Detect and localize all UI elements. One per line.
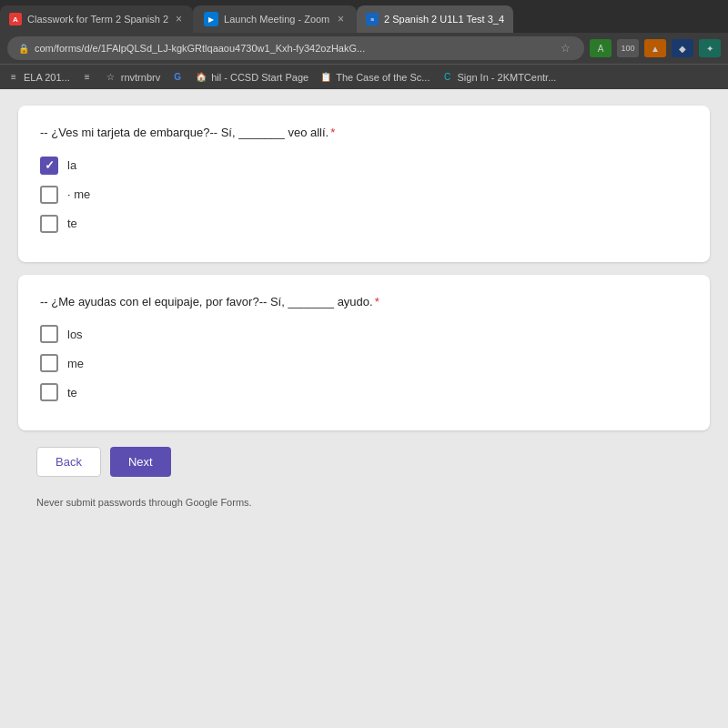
- q2-checkbox-me[interactable]: [40, 354, 58, 372]
- q2-label-los: los: [67, 328, 83, 341]
- bookmark-google[interactable]: G: [171, 71, 184, 84]
- page-content: -- ¿Ves mi tarjeta de embarque?-- Sí, __…: [0, 89, 728, 728]
- classwork-tab[interactable]: A Classwork for Term 2 Spanish 2 ×: [0, 5, 193, 33]
- q1-checkbox-te[interactable]: [40, 215, 58, 233]
- form-container: -- ¿Ves mi tarjeta de embarque?-- Sí, __…: [0, 89, 728, 528]
- spanish-tab[interactable]: ≡ 2 Spanish 2 U1L1 Test 3_4: [357, 5, 513, 33]
- address-bar[interactable]: 🔒 com/forms/d/e/1FAlpQLSd_LJ-kgkGRtlqaao…: [7, 36, 584, 60]
- toolbar-btn-1[interactable]: A: [590, 39, 612, 57]
- browser-chrome: A Classwork for Term 2 Spanish 2 × ▶ Lau…: [0, 0, 728, 89]
- q2-option-me-row: me: [40, 354, 688, 372]
- q2-option-te-row: te: [40, 383, 688, 401]
- spanish-tab-label: 2 Spanish 2 U1L1 Test 3_4: [384, 14, 504, 25]
- zoom-tab-label: Launch Meeting - Zoom: [224, 14, 330, 25]
- next-button[interactable]: Next: [110, 447, 171, 477]
- bookmark-ela[interactable]: ≡ ELA 201...: [7, 71, 70, 84]
- classwork-tab-label: Classwork for Term 2 Spanish 2: [27, 14, 168, 25]
- question-1-card: -- ¿Ves mi tarjeta de embarque?-- Sí, __…: [18, 106, 710, 262]
- q1-option-la-row: ✓ la: [40, 157, 688, 175]
- toolbar-btn-2[interactable]: 100: [617, 39, 639, 57]
- address-text: com/forms/d/e/1FAlpQLSd_LJ-kgkGRtlqaaou4…: [35, 43, 365, 54]
- bookmark-hil-icon: 🏠: [195, 71, 207, 84]
- bookmark-star-label: rnvtrnbrv: [121, 72, 160, 83]
- back-button[interactable]: Back: [36, 447, 101, 477]
- tab-bar: A Classwork for Term 2 Spanish 2 × ▶ Lau…: [0, 0, 728, 33]
- question-1-text: -- ¿Ves mi tarjeta de embarque?-- Sí, __…: [40, 124, 688, 142]
- toolbar-btn-5[interactable]: ✦: [699, 39, 721, 57]
- bookmark-google-icon: G: [171, 71, 184, 84]
- toolbar-btn-4[interactable]: ◆: [672, 39, 693, 57]
- q2-option-los-row: los: [40, 325, 688, 343]
- bookmark-signin-icon: C: [441, 71, 454, 84]
- q1-label-me: · me: [67, 187, 90, 201]
- zoom-tab-close[interactable]: ×: [336, 11, 346, 27]
- q1-option-te-row: te: [40, 215, 688, 233]
- bookmark-signin-label: Sign In - 2KMTCentr...: [458, 72, 557, 83]
- bookmark-icon[interactable]: ☆: [557, 40, 573, 56]
- bookmark-star-icon: ☆: [105, 71, 117, 84]
- nav-buttons: Back Next: [18, 443, 710, 480]
- bookmark-star[interactable]: ☆ rnvtrnbrv: [105, 71, 160, 84]
- address-bar-row: 🔒 com/forms/d/e/1FAlpQLSd_LJ-kgkGRtlqaao…: [0, 33, 728, 64]
- q1-label-la: la: [67, 158, 76, 172]
- toolbar-btn-3[interactable]: ▲: [644, 39, 666, 57]
- bookmark-list-icon: ≡: [81, 71, 94, 84]
- checkmark-la: ✓: [45, 159, 55, 171]
- bookmarks-bar: ≡ ELA 201... ≡ ☆ rnvtrnbrv G 🏠 hil - CCS…: [0, 64, 728, 89]
- q2-label-me: me: [67, 357, 84, 370]
- spanish-tab-icon: ≡: [366, 13, 379, 25]
- required-star-2: *: [375, 295, 379, 308]
- footer-text: Never submit passwords through Google Fo…: [18, 493, 710, 511]
- bookmark-hil-label: hil - CCSD Start Page: [211, 72, 308, 83]
- required-star-1: *: [330, 126, 335, 139]
- address-icons: ☆: [557, 40, 573, 56]
- bookmark-case-icon: 📋: [319, 71, 332, 84]
- classwork-tab-close[interactable]: ×: [174, 11, 184, 27]
- bookmark-list[interactable]: ≡: [81, 71, 94, 84]
- q1-checkbox-la[interactable]: ✓: [40, 157, 58, 175]
- q2-checkbox-te[interactable]: [40, 383, 58, 401]
- question-2-text: -- ¿Me ayudas con el equipaje, por favor…: [40, 293, 688, 311]
- classwork-tab-icon: A: [9, 13, 22, 25]
- q2-checkbox-los[interactable]: [40, 325, 58, 343]
- toolbar-icons: A 100 ▲ ◆ ✦: [590, 39, 721, 57]
- zoom-tab[interactable]: ▶ Launch Meeting - Zoom ×: [193, 5, 357, 33]
- q1-label-te: te: [67, 217, 77, 230]
- bookmark-signin[interactable]: C Sign In - 2KMTCentr...: [441, 71, 557, 84]
- zoom-tab-icon: ▶: [204, 12, 218, 26]
- q1-option-me-row: · me: [40, 186, 688, 204]
- bookmark-ela-icon: ≡: [7, 71, 20, 84]
- bookmark-case[interactable]: 📋 The Case of the Sc...: [319, 71, 430, 84]
- q2-label-te: te: [67, 386, 77, 399]
- bookmark-ela-label: ELA 201...: [24, 72, 70, 83]
- question-2-card: -- ¿Me ayudas con el equipaje, por favor…: [18, 275, 710, 431]
- bookmark-hil[interactable]: 🏠 hil - CCSD Start Page: [195, 71, 308, 84]
- q1-checkbox-me[interactable]: [40, 186, 58, 204]
- bookmark-case-label: The Case of the Sc...: [336, 72, 430, 83]
